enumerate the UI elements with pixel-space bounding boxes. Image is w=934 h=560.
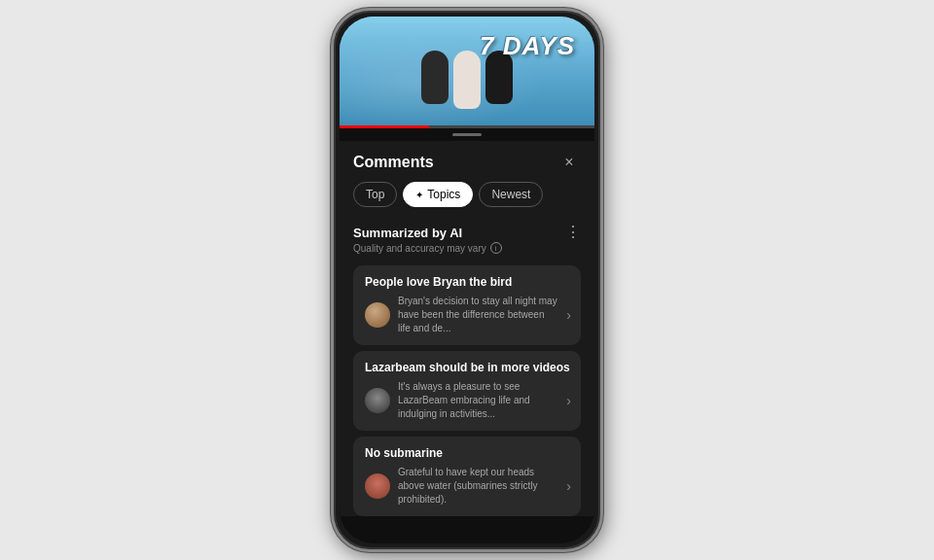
figure-left — [421, 51, 449, 104]
chevron-icon-2: › — [566, 393, 571, 408]
topic-card-2[interactable]: Lazarbeam should be in more videos It's … — [353, 351, 581, 431]
chevron-icon-1: › — [566, 307, 571, 323]
avatar-3 — [365, 473, 390, 499]
topic-card-1[interactable]: People love Bryan the bird Bryan's decis… — [353, 265, 581, 345]
avatar-1 — [365, 302, 390, 328]
topics-star-icon: ✦ — [415, 190, 423, 200]
ai-subtitle: Quality and accuracy may vary i — [353, 242, 581, 254]
ai-subtitle-text: Quality and accuracy may vary — [353, 243, 486, 254]
topic-card-3[interactable]: No submarine Grateful to have kept our h… — [353, 437, 581, 516]
tab-topics[interactable]: ✦ Topics — [403, 182, 473, 207]
info-icon[interactable]: i — [490, 242, 502, 254]
chevron-icon-3: › — [566, 478, 571, 494]
tab-newest[interactable]: Newest — [479, 182, 543, 207]
comments-panel: Comments × Top ✦ Topics Newest Summarize… — [340, 141, 594, 516]
video-title-overlay: 7 DAYS — [480, 31, 575, 61]
topic-title-1: People love Bryan the bird — [365, 275, 571, 289]
topic-preview-1: Bryan's decision to stay all night may h… — [398, 295, 558, 335]
topic-preview-3: Grateful to have kept our heads above wa… — [398, 466, 558, 507]
figure-center — [453, 51, 481, 109]
drag-handle[interactable] — [452, 133, 482, 136]
more-options-button[interactable]: ⋮ — [565, 225, 581, 240]
video-thumbnail: 7 DAYS — [340, 17, 594, 128]
close-button[interactable]: × — [557, 151, 581, 174]
ai-section: Summarized by AI ⋮ Quality and accuracy … — [340, 217, 594, 258]
progress-fill — [340, 125, 429, 128]
progress-bar — [340, 125, 594, 128]
tab-topics-label: Topics — [427, 188, 460, 201]
topic-title-3: No submarine — [365, 446, 571, 460]
comments-header: Comments × — [340, 141, 594, 182]
tab-bar: Top ✦ Topics Newest — [340, 182, 594, 217]
phone-frame: 7 DAYS Comments × Top ✦ — [331, 8, 603, 552]
topics-list: People love Bryan the bird Bryan's decis… — [340, 258, 594, 516]
ai-title: Summarized by AI — [353, 226, 462, 240]
comments-title: Comments — [353, 154, 434, 171]
topic-preview-2: It's always a pleasure to see LazarBeam … — [398, 380, 558, 421]
topic-title-2: Lazarbeam should be in more videos — [365, 361, 571, 374]
tab-top[interactable]: Top — [353, 182, 397, 207]
avatar-2 — [365, 388, 390, 413]
